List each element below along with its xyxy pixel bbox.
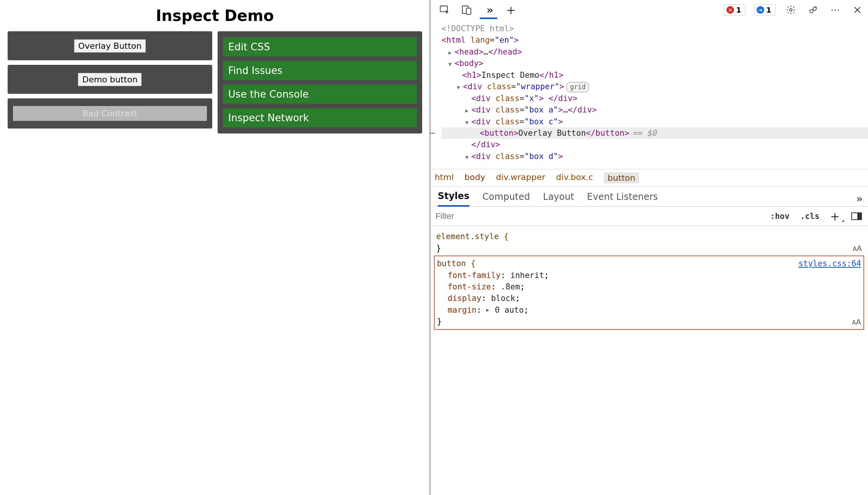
svg-point-4	[810, 10, 813, 13]
tab-computed[interactable]: Computed	[482, 191, 530, 206]
crumb-wrapper[interactable]: div.wrapper	[496, 172, 545, 183]
svg-rect-0	[440, 6, 447, 12]
tab-styles[interactable]: Styles	[438, 191, 469, 207]
box-overlay: Overlay Button	[8, 31, 212, 60]
info-dot-icon: ➔	[757, 6, 764, 14]
info-count: 1	[766, 5, 771, 14]
toggle-sidebar-icon[interactable]	[851, 212, 862, 220]
breadcrumb: html body div.wrapper div.box.c button	[430, 169, 868, 187]
error-dot-icon: ✕	[726, 6, 734, 14]
class-toggle[interactable]: .cls	[795, 208, 825, 225]
tabs-overflow-icon[interactable]: »	[856, 193, 860, 204]
styles-rules: element.style { } AA styles.css:64 butto…	[430, 226, 868, 495]
styles-panel-tabs: Styles Computed Layout Event Listeners »	[430, 187, 868, 207]
devtools-toolbar: » + ✕ 1 ➔ 1 ⋯	[430, 0, 868, 18]
crumb-button[interactable]: button	[604, 172, 639, 183]
crumb-html[interactable]: html	[435, 172, 454, 183]
collapse-caret-icon[interactable]	[465, 119, 471, 126]
expand-caret-icon[interactable]	[449, 49, 454, 56]
link-use-console[interactable]: Use the Console	[223, 85, 417, 104]
box-demo: Demo button	[8, 65, 212, 94]
font-size-icon[interactable]: AA	[853, 243, 862, 254]
device-toggle-icon[interactable]	[460, 3, 474, 17]
selected-dom-node[interactable]: ⋯ <button>Overlay Button</button>== $0	[442, 127, 868, 139]
right-column: Edit CSS Find Issues Use the Console Ins…	[218, 31, 422, 133]
element-style-rule[interactable]: element.style { } AA	[434, 229, 864, 256]
page-title: Inspect Demo	[8, 7, 422, 24]
devtools-panel: » + ✕ 1 ➔ 1 ⋯ <!DOCTYPE html> <html lang…	[430, 0, 868, 495]
expand-shorthand-icon[interactable]: ▶	[486, 307, 489, 314]
svg-point-3	[790, 9, 792, 11]
box-bad-contrast: Bad Contrast	[8, 98, 212, 129]
styles-filter-row: :hov .cls +	[430, 207, 868, 226]
grid-wrapper: Overlay Button Demo button Bad Contrast …	[8, 31, 422, 133]
link-edit-css[interactable]: Edit CSS	[223, 37, 417, 56]
left-column: Overlay Button Demo button Bad Contrast	[8, 31, 212, 133]
errors-count: 1	[736, 5, 741, 14]
svg-rect-2	[466, 8, 471, 14]
grid-badge[interactable]: grid	[566, 82, 589, 92]
styles-filter-input[interactable]	[430, 207, 765, 226]
activity-icon[interactable]	[806, 3, 820, 17]
new-style-rule-icon[interactable]: +	[825, 210, 845, 223]
demo-page: Inspect Demo Overlay Button Demo button …	[0, 0, 430, 495]
crumb-box-c[interactable]: div.box.c	[556, 172, 593, 183]
demo-button[interactable]: Demo button	[78, 73, 142, 86]
more-tabs-icon[interactable]: »	[482, 3, 496, 17]
tab-event-listeners[interactable]: Event Listeners	[587, 191, 658, 206]
elements-tree[interactable]: <!DOCTYPE html> <html lang="en"> <head>……	[430, 18, 868, 169]
collapse-caret-icon[interactable]	[457, 84, 462, 91]
doctype-line: <!DOCTYPE html>	[442, 24, 514, 33]
button-css-rule[interactable]: styles.css:64 button { font-family: inhe…	[434, 256, 864, 330]
inspect-element-icon[interactable]	[438, 3, 452, 17]
info-badge[interactable]: ➔ 1	[754, 4, 776, 16]
close-devtools-icon[interactable]	[850, 3, 864, 17]
collapse-caret-icon[interactable]	[449, 60, 454, 68]
svg-point-5	[813, 7, 816, 10]
more-menu-icon[interactable]: ⋯	[828, 3, 842, 17]
crumb-body[interactable]: body	[465, 172, 485, 183]
link-find-issues[interactable]: Find Issues	[223, 61, 417, 80]
font-size-icon[interactable]: AA	[852, 317, 861, 328]
overlay-button[interactable]: Overlay Button	[74, 39, 146, 53]
collapse-caret-icon[interactable]	[465, 153, 471, 161]
gutter-ellipsis-icon[interactable]: ⋯	[430, 127, 441, 139]
hover-toggle[interactable]: :hov	[765, 208, 795, 225]
tab-layout[interactable]: Layout	[543, 191, 574, 206]
bad-contrast-button[interactable]: Bad Contrast	[13, 106, 207, 121]
link-inspect-network[interactable]: Inspect Network	[223, 108, 417, 127]
errors-badge[interactable]: ✕ 1	[724, 4, 745, 16]
new-tab-icon[interactable]: +	[504, 3, 518, 17]
settings-icon[interactable]	[784, 3, 798, 17]
expand-caret-icon[interactable]	[465, 107, 471, 114]
source-link[interactable]: styles.css:64	[799, 258, 861, 269]
